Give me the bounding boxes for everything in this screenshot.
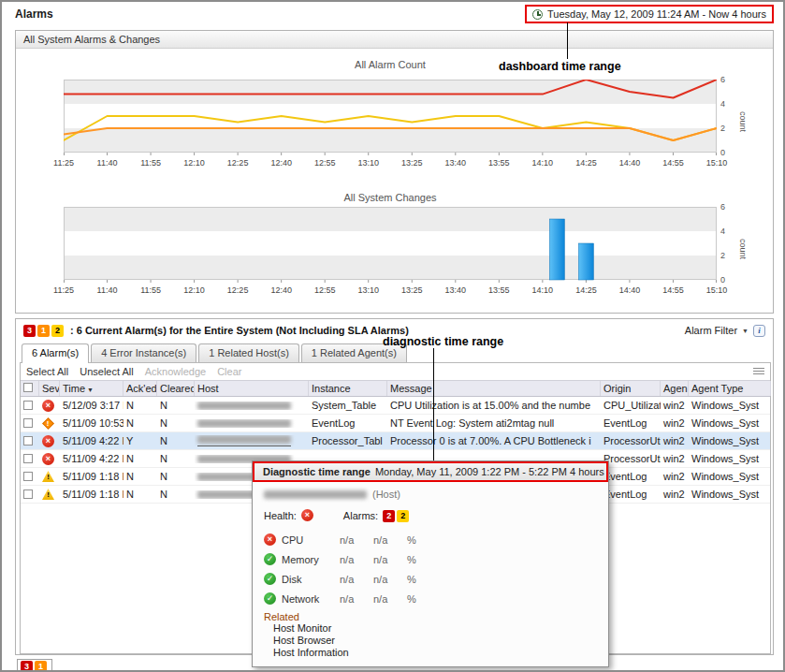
table-row[interactable]: ×5/12/09 3:17 PNNSystem_TableCPU Utiliza…	[21, 397, 770, 415]
host-link[interactable]	[197, 435, 291, 446]
related-link-host-monitor[interactable]: Host Monitor	[273, 622, 597, 635]
system-changes-chart-title: All System Changes	[64, 192, 717, 203]
y-axis-label: 0	[720, 275, 725, 285]
column-header-ack-ed[interactable]: Ack'ed	[124, 381, 157, 396]
severity-cell: ×	[39, 453, 60, 465]
column-header-time[interactable]: Time▼	[60, 381, 124, 396]
error-icon: ×	[264, 533, 276, 546]
unselect-all-button[interactable]: Unselect All	[80, 363, 133, 380]
column-header-cleared[interactable]: Cleared	[157, 381, 195, 396]
warning-icon: !	[42, 471, 54, 482]
agent-type-cell: Windows_Syst	[689, 400, 771, 411]
table-row[interactable]: !5/11/09 10:53NNEventLogNT Event Log: Sy…	[21, 415, 770, 432]
system-changes-x-axis: 11:2511:4011:5512:1012:2512:4012:5513:10…	[64, 285, 717, 297]
severity-cell: !	[39, 471, 60, 482]
x-axis-label: 14:25	[570, 285, 602, 295]
row-checkbox[interactable]	[23, 436, 33, 446]
agent-cell: win2	[661, 400, 689, 411]
annotation-dashboard-time-range: dashboard time range	[499, 60, 621, 73]
related-link-host-information[interactable]: Host Information	[273, 647, 597, 659]
chevron-down-icon[interactable]: ▼	[742, 328, 749, 334]
alarm-count-chart	[64, 80, 717, 156]
alarm-filter-button[interactable]: Alarm Filter	[685, 325, 737, 336]
x-axis-label: 12:25	[222, 158, 254, 168]
table-row[interactable]: ×5/11/09 4:22 PYNProcessor_TablProcessor…	[21, 432, 770, 450]
y-axis-label: 2	[720, 124, 725, 133]
annotation-line-dashboard	[567, 22, 568, 59]
table-options-icon[interactable]	[753, 368, 764, 376]
metric-row: ✓Networkn/an/a%	[264, 589, 597, 608]
acked-cell: N	[124, 471, 157, 482]
related-link-host-browser[interactable]: Host Browser	[273, 635, 597, 647]
select-all-button[interactable]: Select All	[26, 363, 68, 380]
page-title: Alarms	[15, 7, 53, 21]
message-cell: Processor 0 is at 7.00%. A CPU Bottlenec…	[387, 435, 601, 446]
metric-name: Network	[282, 593, 334, 605]
host-cell	[195, 419, 309, 428]
x-axis-label: 14:25	[570, 158, 602, 168]
agent-cell: win2	[661, 471, 689, 482]
x-axis-label: 15:10	[701, 285, 733, 295]
row-checkbox[interactable]	[23, 418, 33, 428]
status-alarm-counts: 31	[17, 659, 52, 672]
metric-unit: %	[407, 534, 416, 546]
acked-cell: Y	[124, 435, 157, 446]
row-checkbox-cell	[21, 489, 39, 499]
metric-value: n/a	[373, 593, 401, 605]
x-axis-label: 12:10	[179, 285, 211, 295]
column-header-agen[interactable]: Agen	[661, 381, 689, 396]
host-cell	[195, 435, 309, 446]
cleared-cell: N	[157, 489, 195, 500]
x-axis-label: 13:10	[353, 285, 385, 295]
metric-name: Memory	[282, 554, 334, 565]
tab-1-related-host-s[interactable]: 1 Related Host(s)	[198, 343, 299, 362]
popup-time-range: Monday, May 11, 2009 1:22 PM - 5:22 PM 4…	[375, 466, 604, 477]
y-axis-label: 6	[720, 75, 725, 84]
metric-unit: %	[407, 593, 416, 605]
x-axis-label: 11:25	[48, 285, 80, 295]
row-checkbox[interactable]	[23, 401, 33, 410]
column-header-instance[interactable]: Instance	[309, 381, 387, 396]
warning-icon: !	[42, 489, 54, 500]
x-axis-label: 11:55	[135, 158, 167, 168]
alarm-count-y-axis: 6420	[720, 80, 735, 153]
tab-6-alarm-s[interactable]: 6 Alarm(s)	[22, 343, 89, 363]
x-axis-label: 11:55	[135, 285, 167, 295]
dashboard-time-range-selector[interactable]: Tuesday, May 12, 2009 11:24 AM - Now 4 h…	[525, 5, 774, 23]
severity-cell: !	[39, 489, 60, 500]
metric-name: CPU	[282, 534, 334, 546]
annotation-diagnostic-time-range: diagnostic time range	[383, 335, 503, 348]
row-checkbox[interactable]	[23, 454, 33, 463]
time-cell: 5/11/09 1:18 P	[60, 489, 124, 500]
y-axis-label: 4	[720, 226, 725, 236]
column-header-sev[interactable]: Sev	[39, 381, 60, 396]
x-axis-label: 12:55	[309, 158, 341, 168]
info-icon[interactable]: i	[753, 325, 765, 337]
origin-cell: ProcessorUtiliza	[601, 453, 661, 464]
row-checkbox[interactable]	[23, 472, 33, 481]
host-cell	[195, 402, 309, 410]
popup-alarm-badges: 22	[383, 509, 411, 522]
y-axis-caption: count	[738, 111, 748, 132]
severity-badge: 3	[23, 325, 36, 337]
time-range-label: Tuesday, May 12, 2009 11:24 AM - Now 4 h…	[547, 8, 766, 20]
cleared-cell: N	[157, 471, 195, 482]
popup-body: (Host) Health: × Alarms: 22 ×CPUn/an/a%✓…	[253, 482, 608, 666]
select-all-checkbox[interactable]	[23, 383, 33, 392]
column-header-origin[interactable]: Origin	[601, 381, 661, 396]
x-axis-label: 14:10	[527, 285, 559, 295]
cleared-cell: N	[157, 400, 195, 411]
x-axis-label: 12:40	[266, 285, 298, 295]
column-header-agent-type[interactable]: Agent Type	[689, 381, 771, 396]
instance-cell: System_Table	[309, 400, 387, 411]
column-header-message[interactable]: Message	[387, 381, 601, 396]
tab-4-error-instance-s[interactable]: 4 Error Instance(s)	[91, 343, 196, 362]
origin-cell: ProcessorUtiliza	[601, 435, 661, 446]
host-name-blurred	[264, 490, 367, 499]
column-header-host[interactable]: Host	[195, 381, 309, 396]
row-checkbox[interactable]	[23, 489, 33, 499]
agent-cell: win2	[661, 435, 689, 446]
related-links: Host MonitorHost BrowserHost Information	[264, 622, 597, 659]
severity-cell: ×	[39, 400, 60, 412]
agent-type-cell: Windows_Syst	[689, 435, 771, 446]
